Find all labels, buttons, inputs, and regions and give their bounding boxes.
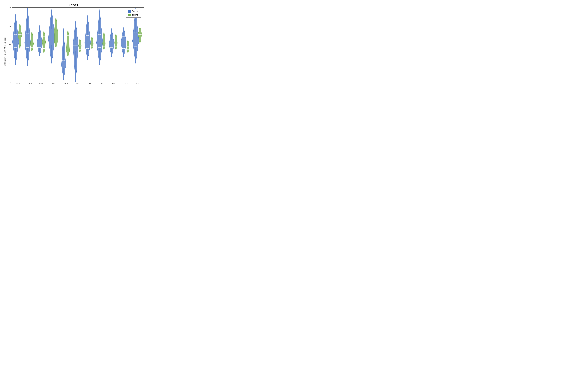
legend-label: Normal bbox=[132, 14, 138, 16]
y-tick-label: 10 bbox=[9, 63, 11, 64]
legend-item: Tumor bbox=[128, 10, 138, 13]
x-axis-label: KICH bbox=[60, 82, 72, 89]
y-tick-label: 13 bbox=[9, 7, 11, 8]
x-axis-label: BRCA bbox=[24, 82, 36, 89]
x-axis-label: LUSC bbox=[96, 82, 108, 89]
x-axis-label: KIRC bbox=[72, 82, 84, 89]
legend: TumorNormal bbox=[126, 8, 141, 18]
x-axis-labels: BLCABRCACOADHNSCKICHKIRCLUADLUSCPRADTHCA… bbox=[7, 82, 144, 89]
y-tick-label: 11 bbox=[9, 44, 11, 46]
x-axis-label: UCEC bbox=[132, 82, 144, 89]
x-axis-label: HNSC bbox=[48, 82, 60, 89]
x-axis-label: LUAD bbox=[84, 82, 96, 89]
y-axis-label: mRNA Expression (RNASeq V2, log2) bbox=[3, 8, 7, 89]
x-axis-label: COAD bbox=[36, 82, 48, 89]
plot-row: 910111213 bbox=[7, 8, 144, 82]
legend-color-box bbox=[128, 14, 131, 16]
x-axis-label: PRAD bbox=[108, 82, 120, 89]
chart-area: mRNA Expression (RNASeq V2, log2) 910111… bbox=[3, 8, 144, 89]
y-tick-label: 12 bbox=[9, 25, 11, 27]
legend-label: Tumor bbox=[132, 10, 138, 12]
plot-frame bbox=[12, 8, 144, 82]
x-axis-label: THCA bbox=[120, 82, 132, 89]
y-axis-ticks: 910111213 bbox=[7, 8, 12, 82]
x-axis-label: BLCA bbox=[12, 82, 24, 89]
violins-svg bbox=[12, 8, 144, 82]
legend-color-box bbox=[128, 10, 131, 13]
chart-title: NRBP1 bbox=[3, 2, 144, 8]
legend-item: Normal bbox=[128, 14, 138, 16]
plot-and-x: 910111213 BLCABRCACOADHNSCKICHKIRCLUADLU… bbox=[7, 8, 144, 89]
chart-container: NRBP1 mRNA Expression (RNASeq V2, log2) … bbox=[3, 2, 144, 90]
y-tick-label: 9 bbox=[10, 81, 11, 83]
